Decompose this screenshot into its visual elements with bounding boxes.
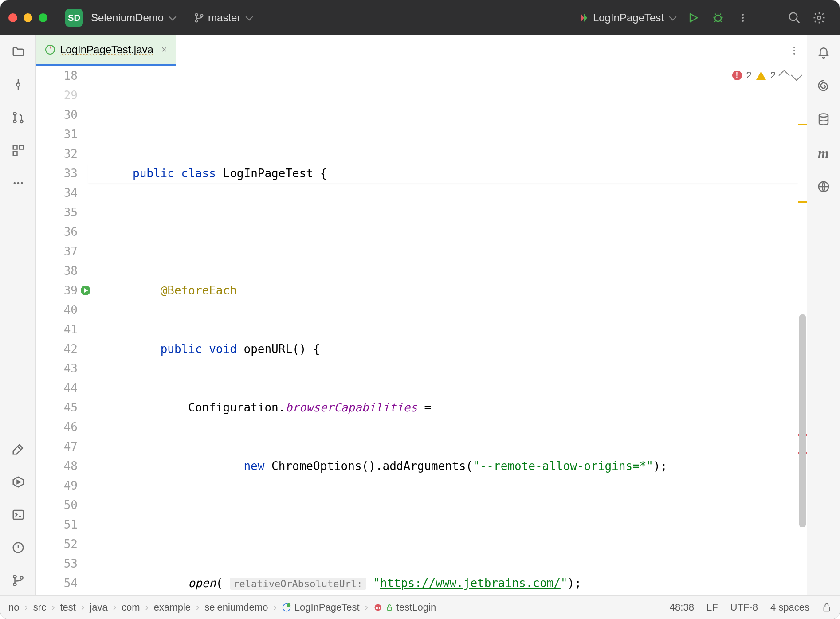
tab-loginpagetest[interactable]: LogInPageTest.java ×: [36, 35, 176, 66]
crumb-item[interactable]: testLogin: [396, 602, 436, 613]
crumb-item[interactable]: java: [90, 602, 107, 613]
code-editor[interactable]: 18 29 30 31 32 33 34 35 36 37 38 39 40 4…: [36, 66, 798, 595]
gutter-line[interactable]: 42: [36, 339, 78, 359]
gutter-line[interactable]: 40: [36, 300, 78, 320]
gutter-line[interactable]: 36: [36, 222, 78, 242]
file-encoding[interactable]: UTF-8: [730, 602, 758, 613]
scrollbar-thumb[interactable]: [799, 314, 806, 527]
gutter-line[interactable]: 29: [36, 86, 78, 105]
next-highlight-button[interactable]: [791, 70, 802, 81]
crumb-item[interactable]: seleniumdemo: [204, 602, 268, 613]
project-tool-button[interactable]: [9, 43, 27, 61]
settings-button[interactable]: [809, 8, 829, 27]
services-tool-button[interactable]: [9, 473, 27, 491]
more-actions-button[interactable]: [733, 8, 753, 27]
terminal-tool-button[interactable]: [9, 506, 27, 524]
warning-marker[interactable]: [798, 124, 807, 125]
error-stripe[interactable]: [798, 66, 807, 595]
ai-assistant-tool-button[interactable]: [815, 77, 832, 94]
run-button[interactable]: [683, 8, 703, 27]
test-file-icon: [45, 44, 55, 55]
gutter-line[interactable]: 30: [36, 105, 78, 125]
gutter-line[interactable]: 33: [36, 164, 78, 183]
code-line[interactable]: [133, 515, 798, 534]
gutter-line[interactable]: 53: [36, 554, 78, 573]
line-separator[interactable]: LF: [707, 602, 718, 613]
caret-position[interactable]: 48:38: [670, 602, 694, 613]
code-line[interactable]: open( relativeOrAbsoluteUrl: "https://ww…: [133, 573, 798, 593]
gutter-line[interactable]: 50: [36, 495, 78, 515]
gutter-line[interactable]: 47: [36, 437, 78, 456]
tab-more-button[interactable]: [782, 35, 807, 66]
crumb-item[interactable]: example: [154, 602, 191, 613]
structure-tool-button[interactable]: [9, 141, 27, 159]
code-line[interactable]: public void openURL() {: [133, 339, 798, 359]
commit-tool-button[interactable]: [9, 76, 27, 94]
gutter-line[interactable]: 44: [36, 378, 78, 398]
svg-point-14: [13, 120, 16, 123]
gutter-line[interactable]: 41: [36, 320, 78, 339]
selenium-tool-button[interactable]: [815, 178, 832, 196]
code-line[interactable]: [133, 222, 798, 242]
hammer-icon: [12, 443, 25, 456]
sticky-line[interactable]: public class LogInPageTest {: [88, 164, 798, 183]
more-tools-button[interactable]: [9, 174, 27, 192]
gutter-line[interactable]: 49: [36, 476, 78, 495]
gutter[interactable]: 18 29 30 31 32 33 34 35 36 37 38 39 40 4…: [36, 66, 88, 595]
code-line[interactable]: @BeforeEach: [133, 281, 798, 300]
breadcrumb[interactable]: no› src› test› java› com› example› selen…: [8, 602, 436, 613]
code-area[interactable]: public class LogInPageTest { @BeforeEach…: [88, 66, 798, 595]
minimize-window-icon[interactable]: [24, 13, 32, 22]
gutter-line[interactable]: 32: [36, 144, 78, 164]
run-config-selector[interactable]: LogInPageTest: [573, 9, 681, 27]
svg-point-27: [13, 583, 16, 586]
debug-button[interactable]: [708, 8, 728, 27]
search-everywhere-button[interactable]: [785, 8, 804, 27]
build-tool-button[interactable]: [9, 440, 27, 458]
gutter-line[interactable]: 54: [36, 573, 78, 593]
gutter-line[interactable]: 39: [36, 281, 78, 300]
maven-tool-button[interactable]: m: [815, 144, 832, 162]
code-line[interactable]: new ChromeOptions().addArguments("--remo…: [133, 456, 798, 476]
gutter-line[interactable]: 34: [36, 183, 78, 203]
gutter-line[interactable]: 35: [36, 203, 78, 222]
gutter-line[interactable]: 51: [36, 515, 78, 534]
readonly-lock-icon[interactable]: [822, 603, 832, 612]
vcs-branch-selector[interactable]: master: [188, 9, 257, 27]
gutter-line[interactable]: 31: [36, 125, 78, 144]
svg-point-20: [17, 182, 19, 184]
structure-icon: [12, 144, 25, 157]
indent-setting[interactable]: 4 spaces: [770, 602, 809, 613]
run-config-icon: [579, 12, 589, 23]
code-line[interactable]: Configuration.browserCapabilities =: [133, 398, 798, 417]
crumb-item[interactable]: LogInPageTest: [294, 602, 360, 613]
gutter-line[interactable]: 37: [36, 242, 78, 261]
window-controls: [8, 13, 47, 22]
gutter-line[interactable]: 43: [36, 359, 78, 378]
right-toolbar: m: [807, 35, 840, 595]
database-tool-button[interactable]: [815, 110, 832, 128]
prev-highlight-button[interactable]: [778, 70, 789, 81]
vcs-tool-button[interactable]: [9, 572, 27, 589]
gutter-line[interactable]: 52: [36, 534, 78, 554]
notifications-tool-button[interactable]: [815, 43, 832, 61]
maximize-window-icon[interactable]: [39, 13, 47, 22]
gutter-line[interactable]: 18: [36, 66, 78, 86]
project-selector[interactable]: SD SeleniumDemo: [60, 6, 181, 29]
crumb-item[interactable]: test: [60, 602, 75, 613]
gutter-line[interactable]: 38: [36, 261, 78, 281]
problems-tool-button[interactable]: [9, 539, 27, 556]
close-tab-button[interactable]: ×: [161, 44, 167, 55]
gutter-line[interactable]: 46: [36, 417, 78, 437]
gutter-line[interactable]: 48: [36, 456, 78, 476]
gutter-line[interactable]: 45: [36, 398, 78, 417]
crumb-item[interactable]: no: [8, 602, 19, 613]
svg-marker-5: [690, 14, 697, 22]
inspection-widget[interactable]: !2 2: [732, 70, 801, 81]
close-window-icon[interactable]: [8, 13, 17, 22]
svg-marker-23: [17, 480, 20, 484]
warning-marker[interactable]: [798, 201, 807, 203]
crumb-item[interactable]: com: [122, 602, 140, 613]
crumb-item[interactable]: src: [33, 602, 46, 613]
pull-requests-tool-button[interactable]: [9, 109, 27, 126]
